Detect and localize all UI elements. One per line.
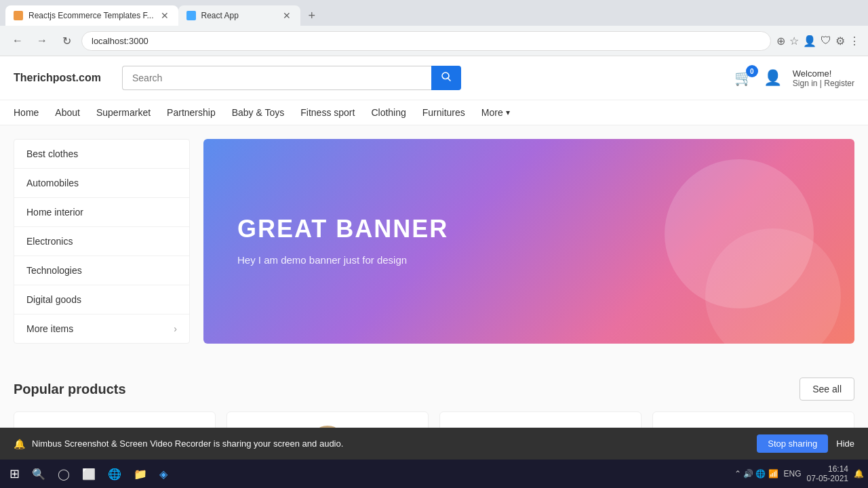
nav-home[interactable]: Home: [14, 107, 39, 118]
tab-2-favicon: [186, 11, 196, 20]
nav-furnitures[interactable]: Furnitures: [422, 107, 465, 118]
register-link[interactable]: Register: [824, 79, 854, 88]
more-items-arrow-icon: ›: [174, 323, 177, 334]
settings-icon[interactable]: ⚙: [835, 35, 845, 47]
welcome-sub[interactable]: Sign in | Register: [793, 79, 854, 88]
site-logo[interactable]: Therichpost.com: [14, 72, 108, 84]
shield-icon[interactable]: 🛡: [821, 35, 831, 47]
main-nav: Home About Supermarket Partnership Baby …: [0, 100, 868, 125]
taskbar-cortana-icon[interactable]: ◯: [52, 465, 75, 483]
hide-button[interactable]: Hide: [836, 439, 854, 449]
sidebar-item-electronics[interactable]: Electronics: [14, 227, 189, 256]
see-all-button[interactable]: See all: [800, 378, 854, 401]
site-header: Therichpost.com 🛒 0 👤 Welcome! Sign in |…: [0, 56, 868, 100]
banner-subtitle: Hey I am demo banner just for design: [237, 253, 448, 268]
taskbar-lang: ENG: [784, 469, 802, 479]
stop-sharing-button[interactable]: Stop sharing: [757, 434, 828, 453]
sidebar: Best clothes Automobiles Home interior E…: [14, 139, 190, 344]
new-tab-button[interactable]: +: [303, 6, 321, 26]
cart-badge: 0: [746, 65, 758, 77]
nav-supermarket[interactable]: Supermarket: [96, 107, 151, 118]
notification-icon: 🔔: [14, 439, 25, 449]
sidebar-item-technologies[interactable]: Technologies: [14, 256, 189, 285]
products-header: Popular products See all: [14, 357, 854, 401]
banner-title: GREAT BANNER: [237, 215, 448, 243]
extensions-icon[interactable]: ⊕: [776, 35, 785, 47]
taskbar-search-icon[interactable]: 🔍: [26, 465, 51, 483]
taskbar-time-value: 16:14: [828, 464, 848, 474]
taskbar-right: ⌃ 🔊 🌐 📶 ENG 16:14 07-05-2021 🔔: [734, 464, 864, 483]
menu-icon[interactable]: ⋮: [849, 35, 860, 47]
taskbar-task-view-icon[interactable]: ⬜: [77, 465, 101, 483]
sidebar-item-automobiles[interactable]: Automobiles: [14, 169, 189, 198]
signin-link[interactable]: Sign in: [793, 79, 818, 88]
search-input[interactable]: [122, 66, 431, 90]
search-button[interactable]: [431, 66, 461, 90]
nav-more-dropdown-icon: ▾: [506, 108, 510, 117]
notification-text: 🔔 Nimbus Screenshot & Screen Video Recor…: [14, 439, 343, 449]
taskbar-vscode-icon[interactable]: ◈: [154, 465, 173, 483]
sidebar-item-best-clothes[interactable]: Best clothes: [14, 140, 189, 169]
refresh-button[interactable]: ↻: [57, 31, 76, 50]
tab-1-title: Reactjs Ecommerce Templates F...: [28, 11, 154, 20]
tab-2-title: React App: [201, 11, 276, 20]
tab-1[interactable]: Reactjs Ecommerce Templates F... ✕: [5, 5, 178, 26]
browser-toolbar: ⊕ ☆ 👤 🛡 ⚙ ⋮: [776, 35, 860, 47]
sidebar-item-digital-goods[interactable]: Digital goods: [14, 285, 189, 314]
start-button[interactable]: ⊞: [4, 464, 25, 484]
hero-banner: GREAT BANNER Hey I am demo banner just f…: [203, 139, 854, 344]
nav-fitness[interactable]: Fitness sport: [300, 107, 355, 118]
tab-2-close[interactable]: ✕: [281, 10, 292, 21]
user-icon[interactable]: 👤: [764, 69, 782, 87]
bookmark-icon[interactable]: ☆: [789, 35, 799, 47]
tab-1-favicon: [14, 11, 23, 20]
taskbar-notifications-icon[interactable]: 🔔: [854, 469, 864, 479]
nav-clothing[interactable]: Clothing: [371, 107, 406, 118]
taskbar-edge-icon[interactable]: 🌐: [102, 465, 127, 483]
notification-actions: Stop sharing Hide: [757, 434, 854, 453]
nav-baby-toys[interactable]: Baby & Toys: [232, 107, 285, 118]
header-right: 🛒 0 👤 Welcome! Sign in | Register: [734, 68, 854, 88]
tab-2[interactable]: React App ✕: [178, 5, 300, 26]
browser-chrome: Reactjs Ecommerce Templates F... ✕ React…: [0, 0, 868, 56]
url-text: localhost:3000: [92, 36, 149, 46]
back-button[interactable]: ←: [8, 31, 27, 50]
tab-1-close[interactable]: ✕: [159, 10, 170, 21]
address-bar: ← → ↻ localhost:3000 ⊕ ☆ 👤 🛡 ⚙ ⋮: [0, 26, 868, 56]
products-title: Popular products: [14, 382, 126, 397]
nav-more[interactable]: More ▾: [481, 107, 510, 118]
banner-text: GREAT BANNER Hey I am demo banner just f…: [203, 188, 482, 296]
tab-bar: Reactjs Ecommerce Templates F... ✕ React…: [0, 0, 868, 26]
taskbar-clock: 16:14 07-05-2021: [807, 464, 848, 483]
forward-button[interactable]: →: [33, 31, 52, 50]
cart-wrap[interactable]: 🛒 0: [734, 69, 753, 87]
notification-bar: 🔔 Nimbus Screenshot & Screen Video Recor…: [0, 428, 868, 460]
main-content: Best clothes Automobiles Home interior E…: [0, 125, 868, 357]
welcome-title: Welcome!: [793, 68, 854, 79]
nav-about[interactable]: About: [55, 107, 80, 118]
nav-partnership[interactable]: Partnership: [167, 107, 216, 118]
sidebar-item-home-interior[interactable]: Home interior: [14, 198, 189, 227]
sidebar-item-more-items[interactable]: More items ›: [14, 314, 189, 343]
welcome-block: Welcome! Sign in | Register: [793, 68, 854, 88]
account-icon[interactable]: 👤: [803, 35, 816, 47]
notification-message: Nimbus Screenshot & Screen Video Recorde…: [32, 439, 343, 449]
taskbar: ⊞ 🔍 ◯ ⬜ 🌐 📁 ◈ ⌃ 🔊 🌐 📶 ENG 16:14 07-05-20…: [0, 460, 868, 488]
taskbar-date-value: 07-05-2021: [807, 474, 848, 483]
url-bar[interactable]: localhost:3000: [81, 31, 771, 51]
taskbar-explorer-icon[interactable]: 📁: [128, 465, 153, 483]
search-wrap: [122, 66, 461, 90]
taskbar-tray-icons: ⌃ 🔊 🌐 📶: [734, 469, 778, 479]
